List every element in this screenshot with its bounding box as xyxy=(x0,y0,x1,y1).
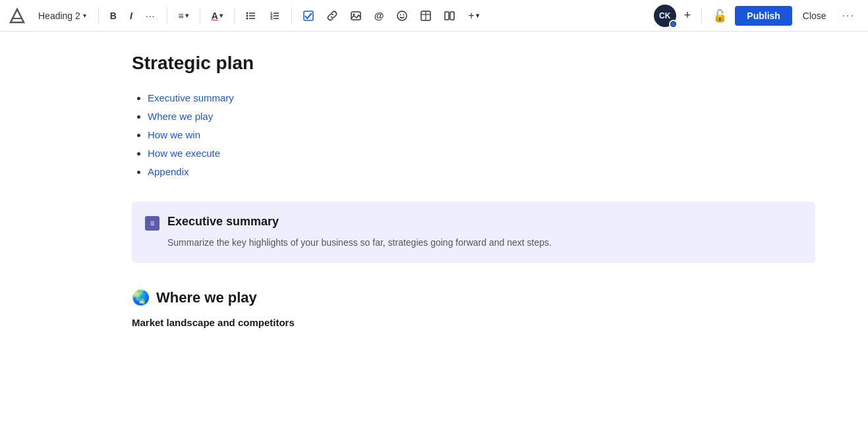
divider-4 xyxy=(234,8,235,24)
bullet-list-icon xyxy=(246,11,256,21)
mention-button[interactable]: @ xyxy=(370,7,389,24)
text-color-icon: A xyxy=(212,11,218,21)
avatar[interactable]: CK xyxy=(654,5,676,27)
svg-point-19 xyxy=(403,14,405,15)
list-item: Appendix xyxy=(148,166,815,178)
link-icon xyxy=(327,11,337,21)
exec-summary-title: Executive summary xyxy=(167,215,799,229)
exec-summary-icon-symbol: ≡ xyxy=(150,219,154,228)
columns-icon xyxy=(444,11,455,21)
publish-button[interactable]: Publish xyxy=(735,6,792,26)
where-we-play-heading: 🌏 Where we play xyxy=(132,289,815,306)
emoji-button[interactable] xyxy=(392,7,412,24)
image-button[interactable] xyxy=(346,7,366,24)
svg-point-17 xyxy=(397,11,407,20)
toc-list: Executive summary Where we play How we w… xyxy=(132,92,815,178)
divider-5 xyxy=(291,8,292,24)
emoji-icon xyxy=(397,11,407,21)
market-landscape-subtitle: Market landscape and competitors xyxy=(132,317,815,328)
divider-1 xyxy=(98,8,99,24)
content-area: Strategic plan Executive summary Where w… xyxy=(0,32,868,421)
page-title: Strategic plan xyxy=(132,53,815,74)
ordered-list-icon: 1.2.3. xyxy=(270,11,280,21)
insert-button[interactable]: + ▾ xyxy=(463,7,483,25)
svg-rect-23 xyxy=(445,12,449,20)
divider-6 xyxy=(701,8,702,24)
bullet-list-button[interactable] xyxy=(241,7,261,24)
list-item: How we win xyxy=(148,129,815,141)
toolbar: Heading 2 ▾ B I ··· ≡ ▾ A ▾ 1.2.3. @ xyxy=(0,0,868,32)
add-collaborator-button[interactable]: + xyxy=(680,6,695,25)
svg-point-25 xyxy=(671,22,676,26)
list-item: Where we play xyxy=(148,111,815,123)
svg-marker-0 xyxy=(11,9,24,22)
bold-button[interactable]: B xyxy=(105,7,121,24)
exec-summary-content: Executive summary Summarize the key high… xyxy=(167,215,799,250)
more-options-icon: ··· xyxy=(842,10,855,21)
more-format-button[interactable]: ··· xyxy=(141,7,160,24)
toc-link-executive-summary[interactable]: Executive summary xyxy=(148,92,234,103)
align-icon: ≡ xyxy=(179,11,184,21)
exec-summary-description: Summarize the key highlights of your bus… xyxy=(167,235,799,250)
svg-point-18 xyxy=(400,14,401,15)
svg-point-4 xyxy=(246,14,248,16)
svg-point-2 xyxy=(246,12,248,14)
text-color-button[interactable]: A ▾ xyxy=(207,7,227,24)
close-button[interactable]: Close xyxy=(796,6,833,26)
image-icon xyxy=(351,11,361,21)
toc-link-appendix[interactable]: Appendix xyxy=(148,166,189,177)
app-logo xyxy=(8,7,26,25)
lock-icon: 🔓 xyxy=(709,6,731,26)
align-button[interactable]: ≡ ▾ xyxy=(174,7,193,24)
insert-plus-icon: + xyxy=(468,10,474,22)
table-icon xyxy=(420,11,431,21)
toc-link-how-we-win[interactable]: How we win xyxy=(148,129,200,140)
avatar-badge xyxy=(669,20,678,28)
checkbox-button[interactable] xyxy=(299,7,318,24)
text-color-chevron-icon: ▾ xyxy=(219,12,223,19)
ordered-list-button[interactable]: 1.2.3. xyxy=(265,7,285,24)
avatar-badge-icon xyxy=(671,22,676,26)
list-item: Executive summary xyxy=(148,92,815,104)
more-options-button[interactable]: ··· xyxy=(837,7,860,24)
svg-point-6 xyxy=(246,17,248,19)
svg-rect-24 xyxy=(450,12,454,20)
svg-point-16 xyxy=(353,13,355,15)
link-button[interactable] xyxy=(322,7,342,24)
toc-link-how-we-execute[interactable]: How we execute xyxy=(148,148,220,159)
columns-button[interactable] xyxy=(440,7,459,24)
exec-summary-icon: ≡ xyxy=(145,216,159,231)
executive-summary-block: ≡ Executive summary Summarize the key hi… xyxy=(132,202,815,263)
where-we-play-emoji: 🌏 xyxy=(132,289,150,306)
where-we-play-title: Where we play xyxy=(156,289,257,306)
svg-text:3.: 3. xyxy=(270,16,274,20)
list-item: How we execute xyxy=(148,148,815,159)
align-chevron-icon: ▾ xyxy=(185,12,188,19)
divider-2 xyxy=(167,8,167,24)
table-button[interactable] xyxy=(416,7,436,24)
italic-button[interactable]: I xyxy=(125,7,137,24)
heading-style-label: Heading 2 xyxy=(38,11,80,21)
toc-link-where-we-play[interactable]: Where we play xyxy=(148,111,213,122)
insert-chevron-icon: ▾ xyxy=(476,12,479,19)
avatar-initials: CK xyxy=(659,11,670,20)
heading-style-selector[interactable]: Heading 2 ▾ xyxy=(33,8,92,24)
divider-3 xyxy=(200,8,200,24)
heading-chevron-icon: ▾ xyxy=(83,12,86,19)
checkbox-icon xyxy=(303,11,314,21)
where-we-play-section: 🌏 Where we play Market landscape and com… xyxy=(132,289,815,328)
